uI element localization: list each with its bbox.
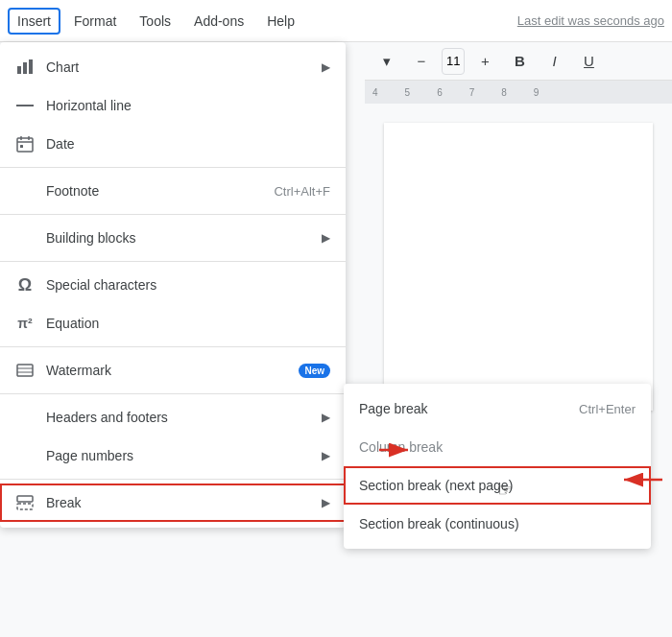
omega-icon: Ω <box>12 275 38 295</box>
divider-5 <box>0 393 346 394</box>
insert-menu: Chart ▶ Horizontal line Date Footnote Ct… <box>0 42 346 528</box>
page-numbers-arrow: ▶ <box>322 449 330 462</box>
page-numbers-label: Page numbers <box>46 448 322 463</box>
date-label: Date <box>46 136 330 152</box>
break-icon <box>12 494 38 511</box>
last-edit-text: Last edit was seconds ago <box>517 13 664 28</box>
watermark-icon <box>12 362 38 379</box>
section-next-label: Section break (next page) <box>359 478 513 493</box>
svg-rect-12 <box>17 496 33 502</box>
column-break-label: Column break <box>359 439 443 455</box>
submenu-section-next[interactable]: Section break (next page) ☞ <box>344 466 651 505</box>
menu-item-building-blocks[interactable]: Building blocks ▶ <box>0 219 346 257</box>
svg-rect-8 <box>20 145 23 148</box>
ruler: 4 5 6 7 8 9 <box>365 81 672 104</box>
page-break-shortcut: Ctrl+Enter <box>579 402 636 416</box>
menu-item-horizontal-line[interactable]: Horizontal line <box>0 86 346 125</box>
bold-btn[interactable]: B <box>505 47 534 76</box>
svg-rect-13 <box>17 504 33 509</box>
italic-btn[interactable]: I <box>540 47 568 76</box>
ruler-8: 8 <box>501 87 507 98</box>
headers-footers-arrow: ▶ <box>322 411 330 424</box>
footnote-shortcut: Ctrl+Alt+F <box>274 184 330 199</box>
menu-item-equation[interactable]: π² Equation <box>0 304 346 342</box>
divider-4 <box>0 346 346 347</box>
font-decrease-btn[interactable]: − <box>407 47 436 76</box>
svg-rect-9 <box>17 365 33 376</box>
menu-tools[interactable]: Tools <box>130 8 180 35</box>
pi-icon: π² <box>12 316 38 331</box>
svg-rect-1 <box>23 62 27 74</box>
chart-label: Chart <box>46 59 322 75</box>
watermark-label: Watermark <box>46 363 291 378</box>
font-size-area: 11 <box>442 48 465 75</box>
menu-insert[interactable]: Insert <box>8 8 60 35</box>
divider-3 <box>0 261 346 262</box>
watermark-badge: New <box>299 364 330 378</box>
break-arrow: ▶ <box>322 496 330 509</box>
dropdown-btn[interactable]: ▾ <box>372 47 401 76</box>
horizontal-line-label: Horizontal line <box>46 98 330 113</box>
ruler-9: 9 <box>534 87 540 98</box>
svg-rect-2 <box>29 59 33 74</box>
menu-item-chart[interactable]: Chart ▶ <box>0 48 346 86</box>
menu-item-special-characters[interactable]: Ω Special characters <box>0 266 346 304</box>
menu-item-break[interactable]: Break ▶ <box>0 484 346 522</box>
menu-format[interactable]: Format <box>64 8 126 35</box>
cursor-icon: ☞ <box>497 480 513 501</box>
page-break-label: Page break <box>359 401 428 416</box>
ruler-7: 7 <box>469 87 475 98</box>
divider-6 <box>0 479 346 480</box>
ruler-4: 4 <box>372 87 378 98</box>
menu-help[interactable]: Help <box>257 8 304 35</box>
calendar-icon <box>12 135 38 153</box>
divider-2 <box>0 214 346 215</box>
menu-item-footnote[interactable]: Footnote Ctrl+Alt+F <box>0 172 346 210</box>
building-blocks-label: Building blocks <box>46 230 322 246</box>
break-label: Break <box>46 495 322 510</box>
menu-addons[interactable]: Add-ons <box>184 8 253 35</box>
chart-icon <box>12 59 38 76</box>
svg-rect-0 <box>17 66 21 74</box>
submenu-column-break[interactable]: Column break <box>344 428 651 466</box>
menu-item-date[interactable]: Date <box>0 125 346 163</box>
divider-1 <box>0 167 346 168</box>
font-increase-btn[interactable]: + <box>470 47 499 76</box>
menu-bar: Insert Format Tools Add-ons Help Last ed… <box>0 0 672 42</box>
doc-toolbar: ▾ − 11 + B I U <box>365 42 672 81</box>
menu-item-headers-footers[interactable]: Headers and footers ▶ <box>0 398 346 436</box>
submenu-section-continuous[interactable]: Section break (continuous) <box>344 505 651 543</box>
ruler-6: 6 <box>437 87 443 98</box>
submenu-page-break[interactable]: Page break Ctrl+Enter <box>344 389 651 428</box>
ruler-5: 5 <box>405 87 411 98</box>
footnote-label: Footnote <box>46 183 274 199</box>
doc-page <box>384 123 653 411</box>
underline-btn[interactable]: U <box>574 47 603 76</box>
menu-item-watermark[interactable]: Watermark New <box>0 351 346 389</box>
font-size-value: 11 <box>446 54 460 68</box>
headers-footers-label: Headers and footers <box>46 410 322 425</box>
menu-item-page-numbers[interactable]: Page numbers ▶ <box>0 436 346 475</box>
special-characters-label: Special characters <box>46 277 330 293</box>
horizontal-line-icon <box>12 104 38 107</box>
section-continuous-label: Section break (continuous) <box>359 516 519 531</box>
break-submenu: Page break Ctrl+Enter Column break Secti… <box>344 384 651 549</box>
svg-rect-4 <box>17 138 33 152</box>
chart-arrow: ▶ <box>322 60 330 74</box>
equation-label: Equation <box>46 316 330 331</box>
building-blocks-arrow: ▶ <box>322 231 330 245</box>
